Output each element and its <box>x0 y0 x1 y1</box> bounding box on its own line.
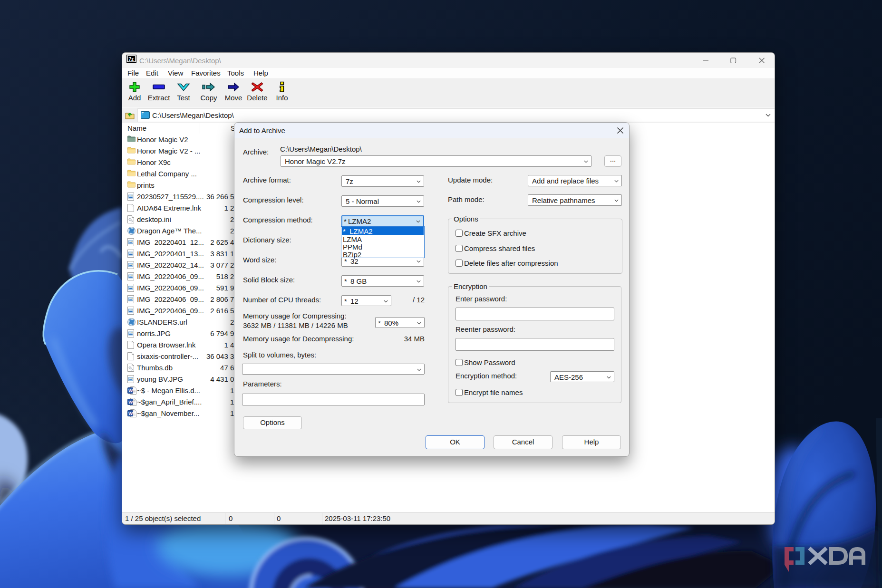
svg-text:W: W <box>128 388 133 393</box>
svg-text:7z: 7z <box>129 57 134 62</box>
svg-text:W: W <box>128 399 133 405</box>
svg-text:W: W <box>128 411 133 416</box>
